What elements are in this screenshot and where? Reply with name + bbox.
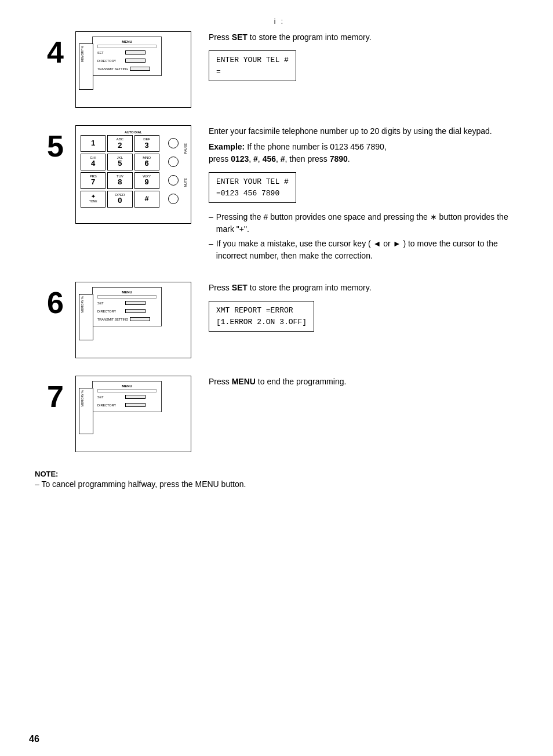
lcd-4-line2: = [216,66,289,78]
key-star: ✦TONE [81,191,105,208]
key-circle-pause [161,154,186,170]
key-8: TUV8 [107,172,132,189]
key-2: ABC2 [107,135,132,152]
pause-label: PAUSE [184,143,187,154]
panel-memory-label-7: MEMORY % [79,388,85,408]
panel-memory-label-4: MEMORY % [79,44,85,64]
key-4: GHI4 [81,154,105,170]
panel-left-flag-7: MEMORY % [79,388,93,434]
key-circle-mute [161,172,186,189]
panel-inner-7: MENU SET DIRECTORY [92,381,162,412]
key-5: JKL5 [107,154,132,170]
step-5-content: Enter your facsimile telephone number up… [203,125,524,264]
lcd-5: ENTER YOUR TEL # =0123 456 7890 [209,172,296,203]
lcd-4: ENTER YOUR TEL # = [209,50,296,81]
key-circle-1 [161,135,186,152]
lcd-6: XMT REPORT =ERROR [1.ERROR 2.ON 3.OFF] [209,301,314,332]
device-panel-4: MEMORY % MENU SET DIRECTORY TRANSMIT SET… [76,32,186,107]
key-circle-bottom [161,191,186,208]
panel-inner-6: MENU SET DIRECTORY TRANSMIT SETTING [92,287,162,326]
lcd-6-line1: XMT REPORT =ERROR [216,305,307,317]
panel-inner-4: MENU SET DIRECTORY TRANSMIT SETTING [92,37,162,76]
keypad-grid: 1 ABC2 DEF3 GHI4 JKL5 MNO6 PRS7 TUV8 WXY… [81,135,186,208]
step-6-instruction: Press SET to store the program into memo… [209,282,524,294]
panel-menu-7: MENU [97,384,157,388]
panel-transmit-6: TRANSMIT SETTING [97,317,157,321]
step-7-row: 7 MEMORY % MENU SET DIRECTORY Press M [35,376,524,452]
note-label: NOTE: [35,470,524,478]
step-5-instruction: Enter your facsimile telephone number up… [209,125,524,137]
step-5-keypad: AUTO DIAL 1 ABC2 DEF3 GHI4 JKL5 MNO6 PRS… [75,125,191,224]
step-7-content: Press MENU to end the programming. [203,376,524,391]
panel-set-6: SET [97,301,157,305]
key-1: 1 [81,135,105,152]
key-0: OPER0 [107,191,132,208]
auto-dial-label: AUTO DIAL [81,130,186,134]
step-4-content: Press SET to store the program into memo… [203,31,524,85]
step-7-number: 7 [35,381,64,412]
note-section: NOTE: – To cancel programming halfway, p… [35,470,524,490]
top-decoration: i : [35,17,524,26]
panel-directory-4: DIRECTORY [97,59,157,63]
panel-directory-6: DIRECTORY [97,309,157,313]
bullet-2: – If you make a mistake, use the cursor … [209,238,524,262]
device-panel-7: MEMORY % MENU SET DIRECTORY [76,376,186,452]
key-hash: # [134,191,159,208]
step-7-instruction: Press MENU to end the programming. [209,376,524,388]
panel-set-4: SET [97,50,157,54]
panel-left-flag-6: MEMORY % [79,294,93,340]
step-7-image: MEMORY % MENU SET DIRECTORY [75,376,191,452]
device-panel-6: MEMORY % MENU SET DIRECTORY TRANSMIT SET… [76,282,186,358]
lcd-6-line2: [1.ERROR 2.ON 3.OFF] [216,317,307,328]
step-5-example: Example: If the phone number is 0123 456… [209,141,524,165]
key-6: MNO6 [134,154,159,170]
lcd-4-line1: ENTER YOUR TEL # [216,54,289,66]
note-text: – To cancel programming halfway, press t… [35,478,524,490]
panel-left-flag-4: MEMORY % [79,43,93,90]
page-number: 46 [29,734,39,744]
lcd-5-line1: ENTER YOUR TEL # [216,176,289,188]
step-6-content: Press SET to store the program into memo… [203,282,524,335]
step-4-instruction: Press SET to store the program into memo… [209,31,524,43]
step-6-image: MEMORY % MENU SET DIRECTORY TRANSMIT SET… [75,282,191,358]
step-4-image: MEMORY % MENU SET DIRECTORY TRANSMIT SET… [75,31,191,108]
step-5-bullets: – Pressing the # button provides one spa… [209,211,524,262]
step-6-number: 6 [35,288,64,318]
panel-directory-7: DIRECTORY [97,403,157,407]
panel-set-7: SET [97,395,157,399]
step-4-number: 4 [35,37,64,67]
key-7: PRS7 [81,172,105,189]
panel-menu-4: MENU [97,40,157,43]
panel-memory-label-6: MEMORY % [79,295,85,314]
step-5-number: 5 [35,131,64,161]
key-9: WXY9 [134,172,159,189]
step-5-row: 5 AUTO DIAL 1 ABC2 DEF3 GHI4 JKL5 MNO6 P… [35,125,524,264]
panel-menu-6: MENU [97,290,157,294]
mute-label: MUTE [184,178,187,187]
key-3: DEF3 [134,135,159,152]
lcd-5-line2: =0123 456 7890 [216,188,289,199]
step-6-row: 6 MEMORY % MENU SET DIRECTORY T [35,282,524,358]
step-4-row: 4 MEMORY % MENU SET DIRECTORY T [35,31,524,108]
bullet-1: – Pressing the # button provides one spa… [209,211,524,235]
panel-transmit-4: TRANSMIT SETTING [97,67,157,71]
